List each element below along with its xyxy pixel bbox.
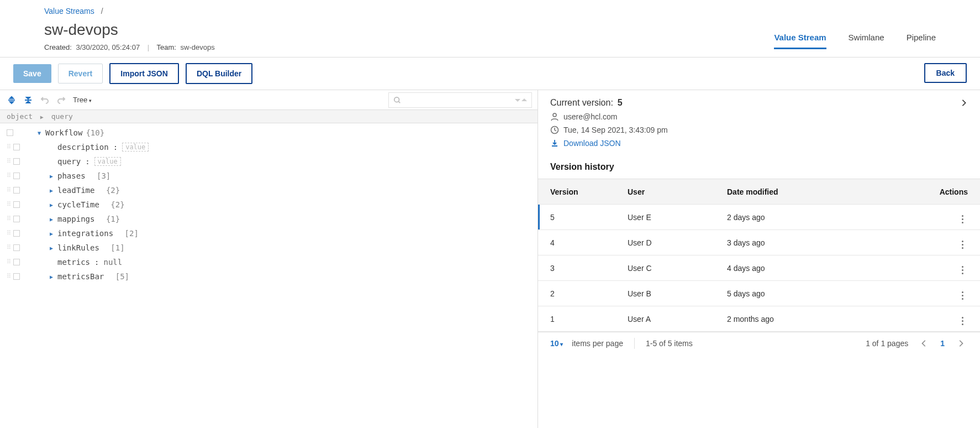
row-actions-menu[interactable] bbox=[957, 290, 968, 301]
tree-row-leadtime[interactable]: ⠿ leadTime {2} bbox=[0, 183, 538, 197]
undo-icon[interactable] bbox=[40, 95, 50, 105]
path-seg-object[interactable]: object bbox=[7, 112, 33, 121]
col-user: User bbox=[628, 187, 727, 196]
tree-row-query[interactable]: ⠿ query: value bbox=[0, 154, 538, 169]
page-title: sw-devops bbox=[44, 21, 774, 39]
menu-icon[interactable] bbox=[13, 273, 20, 280]
svg-point-0 bbox=[394, 97, 399, 102]
chevron-right-icon[interactable] bbox=[960, 99, 968, 107]
menu-icon[interactable] bbox=[13, 216, 20, 222]
caret-down-icon[interactable] bbox=[36, 130, 42, 136]
path-seg-query[interactable]: query bbox=[51, 112, 73, 121]
row-actions-menu[interactable] bbox=[957, 315, 968, 326]
menu-icon[interactable] bbox=[13, 259, 20, 265]
cell-date: 5 days ago bbox=[727, 289, 929, 298]
col-date: Date modified bbox=[727, 187, 929, 196]
menu-icon[interactable] bbox=[13, 230, 20, 237]
cell-version: 5 bbox=[550, 213, 628, 222]
download-icon bbox=[550, 139, 559, 148]
cell-user: User B bbox=[628, 289, 727, 298]
current-version-label: Current version: bbox=[550, 98, 613, 108]
menu-icon[interactable] bbox=[13, 187, 20, 194]
version-history-title: Version history bbox=[550, 162, 968, 172]
import-json-button[interactable]: Import JSON bbox=[109, 63, 179, 84]
row-actions-menu[interactable] bbox=[957, 213, 968, 225]
tree-row-cycletime[interactable]: ⠿ cycleTime {2} bbox=[0, 197, 538, 212]
tree-row-phases[interactable]: ⠿ phases [3] bbox=[0, 169, 538, 183]
caret-right-icon[interactable] bbox=[49, 245, 54, 251]
version-row[interactable]: 5User E2 days ago bbox=[538, 205, 980, 230]
version-row[interactable]: 1User A2 months ago bbox=[538, 306, 980, 332]
tab-value-stream[interactable]: Value Stream bbox=[774, 27, 826, 49]
caret-right-icon[interactable] bbox=[49, 216, 54, 222]
page-meta: Created: 3/30/2020, 05:24:07 | Team: sw-… bbox=[44, 43, 774, 51]
tabs: Value Stream Swimlane Pipeline bbox=[774, 27, 936, 50]
items-per-page-select[interactable]: 10 bbox=[550, 339, 563, 348]
row-actions-menu[interactable] bbox=[957, 264, 968, 275]
value-input[interactable]: value bbox=[122, 143, 149, 152]
tab-swimlane[interactable]: Swimlane bbox=[849, 27, 884, 49]
cell-date: 2 months ago bbox=[727, 315, 929, 323]
tree-row-workflow[interactable]: Workflow {10} bbox=[0, 126, 538, 140]
editor-toolbar: Tree bbox=[0, 90, 538, 110]
tree-row-mappings[interactable]: ⠿ mappings {1} bbox=[0, 212, 538, 226]
tab-pipeline[interactable]: Pipeline bbox=[907, 27, 936, 49]
current-version-user: usere@hcl.com bbox=[550, 112, 968, 121]
search-nav-icons[interactable] bbox=[515, 97, 527, 103]
caret-right-icon[interactable] bbox=[49, 187, 54, 194]
collapse-all-icon[interactable] bbox=[23, 95, 33, 105]
current-page: 1 bbox=[940, 339, 945, 348]
redo-icon[interactable] bbox=[56, 95, 66, 105]
col-actions: Actions bbox=[929, 187, 968, 196]
download-json-link[interactable]: Download JSON bbox=[563, 139, 621, 148]
tree-row-integrations[interactable]: ⠿ integrations [2] bbox=[0, 226, 538, 241]
cell-user: User E bbox=[628, 213, 727, 222]
cell-version: 2 bbox=[550, 289, 628, 298]
cell-date: 3 days ago bbox=[727, 238, 929, 247]
version-table-header: Version User Date modified Actions bbox=[538, 179, 980, 205]
dql-builder-button[interactable]: DQL Builder bbox=[186, 63, 252, 84]
tree-row-description[interactable]: ⠿ description: value bbox=[0, 140, 538, 154]
caret-right-icon[interactable] bbox=[49, 173, 54, 179]
tree-row-metricsbar[interactable]: ⠿ metricsBar [5] bbox=[0, 269, 538, 284]
caret-right-icon[interactable] bbox=[49, 274, 54, 280]
cell-date: 4 days ago bbox=[727, 264, 929, 273]
expand-all-icon[interactable] bbox=[7, 95, 17, 105]
menu-icon[interactable] bbox=[13, 158, 20, 165]
view-mode-select[interactable]: Tree bbox=[73, 96, 92, 104]
caret-right-icon[interactable] bbox=[49, 202, 54, 208]
page-range: 1 of 1 pages bbox=[866, 339, 908, 348]
search-icon bbox=[393, 96, 401, 104]
version-row[interactable]: 2User B5 days ago bbox=[538, 281, 980, 306]
breadcrumb-sep: / bbox=[101, 7, 103, 15]
json-editor: Tree object ▶ query bbox=[0, 90, 538, 428]
value-input[interactable]: value bbox=[94, 157, 121, 166]
breadcrumb-root-link[interactable]: Value Streams bbox=[44, 7, 94, 15]
user-icon bbox=[550, 112, 559, 121]
save-button[interactable]: Save bbox=[13, 64, 51, 83]
menu-icon[interactable] bbox=[13, 173, 20, 179]
current-version-timestamp: Tue, 14 Sep 2021, 3:43:09 pm bbox=[550, 126, 968, 134]
clock-icon bbox=[550, 126, 559, 134]
svg-point-1 bbox=[553, 113, 556, 117]
menu-icon[interactable] bbox=[13, 144, 20, 150]
cell-version: 4 bbox=[550, 238, 628, 247]
row-actions-menu[interactable] bbox=[957, 239, 968, 250]
prev-page-button[interactable] bbox=[917, 340, 931, 347]
next-page-button[interactable] bbox=[953, 340, 968, 347]
editor-search[interactable] bbox=[388, 92, 532, 108]
revert-button[interactable]: Revert bbox=[58, 64, 103, 83]
menu-icon[interactable] bbox=[13, 201, 20, 208]
items-per-page-label: items per page bbox=[572, 339, 623, 348]
caret-right-icon[interactable] bbox=[49, 231, 54, 237]
items-range: 1-5 of 5 items bbox=[646, 339, 693, 348]
tree-row-linkrules[interactable]: ⠿ linkRules [1] bbox=[0, 241, 538, 255]
tree-row-metrics[interactable]: ⠿ metrics : null bbox=[0, 255, 538, 269]
menu-icon[interactable] bbox=[7, 129, 13, 136]
version-row[interactable]: 3User C4 days ago bbox=[538, 255, 980, 281]
created-value: 3/30/2020, 05:24:07 bbox=[76, 43, 140, 51]
menu-icon[interactable] bbox=[13, 244, 20, 251]
back-button[interactable]: Back bbox=[924, 63, 967, 83]
version-row[interactable]: 4User D3 days ago bbox=[538, 230, 980, 255]
json-tree: Workflow {10} ⠿ description: value ⠿ bbox=[0, 123, 538, 284]
